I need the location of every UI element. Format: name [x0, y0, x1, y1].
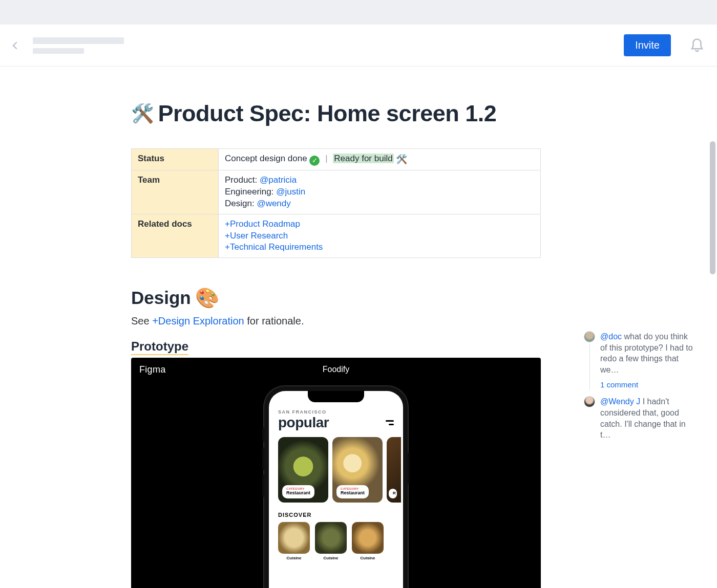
- card-name: Restaurant: [286, 490, 310, 495]
- comment-body: @doc what do you think of this prototype…: [600, 331, 697, 375]
- page-title-text: Product Spec: Home screen 1.2: [158, 100, 497, 127]
- menu-icon: [386, 420, 394, 425]
- meta-key-team: Team: [132, 170, 219, 214]
- page-title: 🛠️ Product Spec: Home screen 1.2: [131, 100, 717, 127]
- app-content: SAN FRANCISCO popular CATEGORY Restauran…: [269, 391, 403, 560]
- comment-body: @Wendy J I hadn't considered that, good …: [600, 396, 697, 440]
- team-role-label: Product:: [225, 175, 260, 185]
- skeleton-line: [33, 37, 124, 44]
- meta-value-related: +Product Roadmap +User Research +Technic…: [219, 214, 541, 258]
- table-row: Status Concept design done ✓ | Ready for…: [132, 149, 541, 170]
- cards-row: CATEGORY Restaurant CATEGORY Restaurant: [278, 437, 394, 503]
- status-text: Concept design done: [225, 154, 307, 163]
- status-highlight: Ready for build: [333, 154, 393, 163]
- food-card-partial: R: [387, 437, 401, 503]
- invite-button[interactable]: Invite: [624, 34, 671, 56]
- meta-key-status: Status: [132, 149, 219, 170]
- food-card: CATEGORY Restaurant: [332, 437, 383, 503]
- table-row: Team Product: @patricia Engineering: @ju…: [132, 170, 541, 214]
- hammer-wrench-icon: 🛠️: [396, 154, 407, 164]
- heading-text: Design: [131, 288, 191, 308]
- thread-line: [589, 343, 590, 389]
- text: for rationale.: [244, 315, 304, 326]
- back-chevron-icon[interactable]: [10, 38, 19, 53]
- top-bar-strip: [0, 0, 717, 25]
- separator: |: [325, 154, 327, 163]
- embed-title: Foodify: [131, 365, 541, 374]
- discover-thumb: [352, 522, 384, 554]
- doc-link[interactable]: +User Research: [225, 231, 288, 241]
- mention-link[interactable]: @justin: [276, 187, 305, 197]
- discover-item-label: Cuisine: [324, 556, 339, 560]
- subheading-text: Prototype: [131, 339, 188, 355]
- discover-item: Cuisine: [278, 522, 310, 560]
- team-role-label: Engineering:: [225, 187, 276, 197]
- card-name: Restaurant: [341, 490, 365, 495]
- food-card: CATEGORY Restaurant: [278, 437, 328, 503]
- meta-table: Status Concept design done ✓ | Ready for…: [131, 148, 541, 258]
- hammer-wrench-icon: 🛠️: [131, 103, 154, 124]
- discover-item-label: Cuisine: [361, 556, 375, 560]
- breadcrumb-skeleton: [33, 37, 124, 54]
- card-tag: R: [389, 489, 397, 498]
- text: See: [131, 315, 152, 326]
- discover-thumb: [315, 522, 347, 554]
- comments-panel: @doc what do you think of this prototype…: [584, 331, 697, 441]
- avatar: [584, 396, 595, 407]
- doc-link[interactable]: +Product Roadmap: [225, 219, 300, 229]
- embed-topbar: Figma Foodify: [131, 358, 541, 381]
- mention-link[interactable]: @patricia: [260, 175, 297, 185]
- scrollbar-thumb[interactable]: [710, 141, 715, 274]
- body-text: See +Design Exploration for rationale.: [131, 315, 717, 327]
- meta-key-related: Related docs: [132, 214, 219, 258]
- subheading-prototype: Prototype: [131, 339, 188, 354]
- doc-link[interactable]: +Design Exploration: [152, 315, 244, 326]
- figma-embed[interactable]: Figma Foodify SAN FRANCISCO popular: [131, 358, 541, 588]
- meta-value-status: Concept design done ✓ | Ready for build …: [219, 149, 541, 170]
- discover-row: Cuisine Cuisine Cuisine: [278, 522, 394, 560]
- comment[interactable]: @Wendy J I hadn't considered that, good …: [584, 396, 697, 440]
- table-row: Related docs +Product Roadmap +User Rese…: [132, 214, 541, 258]
- section-heading-design: Design 🎨: [131, 287, 717, 309]
- discover-item: Cuisine: [352, 522, 384, 560]
- discover-item-label: Cuisine: [287, 556, 302, 560]
- check-circle-icon: ✓: [309, 156, 320, 166]
- mention-link[interactable]: @Wendy J: [600, 397, 640, 406]
- phone-frame: SAN FRANCISCO popular CATEGORY Restauran…: [264, 386, 408, 588]
- phone-side-button: [408, 453, 410, 484]
- mention-link[interactable]: @doc: [600, 332, 622, 341]
- skeleton-line: [33, 48, 84, 54]
- doc-link[interactable]: +Technical Requirements: [225, 242, 323, 252]
- phone-screen: SAN FRANCISCO popular CATEGORY Restauran…: [269, 391, 403, 588]
- phone-notch: [308, 391, 364, 402]
- comment[interactable]: @doc what do you think of this prototype…: [584, 331, 697, 375]
- header: Invite: [0, 25, 717, 67]
- mention-link[interactable]: @wendy: [257, 199, 290, 208]
- palette-icon: 🎨: [195, 287, 219, 309]
- meta-value-team: Product: @patricia Engineering: @justin …: [219, 170, 541, 214]
- card-tag: CATEGORY Restaurant: [282, 485, 314, 498]
- card-tag: CATEGORY Restaurant: [336, 485, 369, 498]
- document-body: 🛠️ Product Spec: Home screen 1.2 Status …: [0, 67, 717, 588]
- app-heading: popular: [278, 415, 329, 431]
- comment-count-link[interactable]: 1 comment: [600, 380, 697, 389]
- discover-thumb: [278, 522, 310, 554]
- phone-side-button: [262, 474, 264, 497]
- app-city-label: SAN FRANCISCO: [278, 409, 394, 415]
- phone-side-button: [262, 448, 264, 470]
- discover-label: DISCOVER: [278, 512, 394, 518]
- notifications-icon[interactable]: [689, 38, 705, 53]
- phone-side-button: [262, 427, 264, 442]
- discover-item: Cuisine: [315, 522, 347, 560]
- avatar: [584, 331, 595, 342]
- team-role-label: Design:: [225, 199, 257, 208]
